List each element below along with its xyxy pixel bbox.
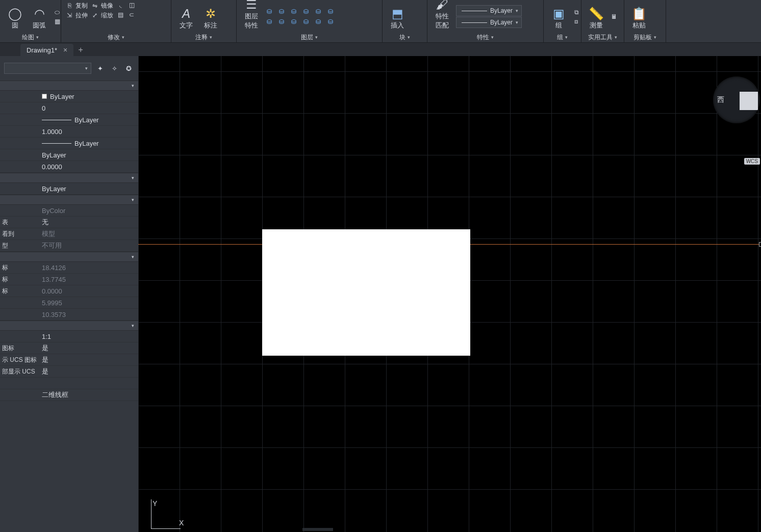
property-value[interactable]: ByLayer xyxy=(40,185,138,193)
property-row[interactable]: 图标是 xyxy=(0,342,138,354)
property-value[interactable]: 是 xyxy=(40,367,138,376)
view-cube[interactable]: 西 xyxy=(713,76,760,123)
property-value[interactable]: 0.0000 xyxy=(40,287,138,295)
property-row[interactable]: 标18.4126 xyxy=(0,262,138,274)
property-row[interactable]: ByLayer xyxy=(0,183,138,195)
property-value[interactable]: 10.3573 xyxy=(40,311,138,318)
property-value[interactable]: 不可用 xyxy=(40,241,138,250)
palette-group-3d[interactable]: ▾ xyxy=(0,173,138,183)
property-value[interactable]: ByLayer xyxy=(40,93,138,100)
panel-title-block[interactable]: 块▾ xyxy=(383,32,427,42)
property-row[interactable]: 5.9995 xyxy=(0,297,138,309)
property-row[interactable]: 1:1 xyxy=(0,331,138,342)
property-value[interactable]: 1.0000 xyxy=(40,128,138,136)
palette-select-sim-icon[interactable]: ✧ xyxy=(109,63,120,74)
panel-title-clipboard[interactable]: 剪贴板▾ xyxy=(624,32,666,42)
property-value[interactable]: 5.9995 xyxy=(40,299,138,307)
property-row[interactable]: 表无 xyxy=(0,217,138,228)
property-value[interactable]: 18.4126 xyxy=(40,264,138,272)
match-props-button[interactable]: 🖌 特性 匹配 xyxy=(432,3,453,31)
palette-group-misc[interactable]: ▾ xyxy=(0,321,138,331)
group-button[interactable]: ▣ 组 xyxy=(548,3,569,31)
property-row[interactable]: 看到模型 xyxy=(0,228,138,240)
property-row[interactable] xyxy=(0,378,138,389)
measure-button[interactable]: 📏 测量 xyxy=(586,3,607,31)
panel-title-annotate[interactable]: 注释▾ xyxy=(171,32,236,42)
palette-pickadd-icon[interactable]: ✪ xyxy=(123,63,134,74)
layer-ic-5[interactable]: ⛁ xyxy=(314,8,322,16)
panel-title-draw[interactable]: 绘图▾ xyxy=(0,32,61,42)
panel-title-modify[interactable]: 修改▾ xyxy=(61,32,171,42)
property-row[interactable]: 0.0000 xyxy=(0,161,138,173)
ellipse-icon[interactable]: ⬭ xyxy=(53,8,61,16)
property-value[interactable]: 0 xyxy=(40,104,138,112)
layer-ic-4[interactable]: ⛁ xyxy=(302,8,310,16)
property-value[interactable]: 是 xyxy=(40,343,138,353)
property-value[interactable]: 0.0000 xyxy=(40,163,138,171)
layer-ic-b1[interactable]: ⛁ xyxy=(265,18,273,26)
property-row[interactable]: 1.0000 xyxy=(0,126,138,138)
property-row[interactable]: 标13.7745 xyxy=(0,274,138,285)
property-row[interactable]: ByLayer xyxy=(0,114,138,126)
tab-drawing1[interactable]: Drawing1* × xyxy=(20,44,73,56)
grip-handle[interactable] xyxy=(759,242,761,247)
layer-props-button[interactable]: ☰ 图层 特性 xyxy=(241,3,262,31)
property-value[interactable]: ByColor xyxy=(40,207,138,215)
linetype-combo[interactable]: ByLayer ▾ xyxy=(456,5,522,16)
property-value[interactable]: 无 xyxy=(40,218,138,227)
property-value[interactable]: 模型 xyxy=(40,229,138,238)
scale-button[interactable]: ⤢缩放 xyxy=(91,11,113,20)
property-row[interactable]: ByLayer xyxy=(0,91,138,102)
panel-title-util[interactable]: 实用工具▾ xyxy=(581,32,624,42)
mirror-button[interactable]: ⇋镜像 xyxy=(91,1,113,10)
layer-ic-b2[interactable]: ⛁ xyxy=(277,18,286,26)
stretch-button[interactable]: ⇲拉伸 xyxy=(65,11,88,20)
layer-ic-b3[interactable]: ⛁ xyxy=(290,18,298,26)
drawing-canvas[interactable]: 西 WCS Y X xyxy=(138,56,761,532)
join-icon[interactable]: ⊂ xyxy=(128,11,136,19)
palette-quick-select-icon[interactable]: ✦ xyxy=(94,63,106,74)
layer-ic-1[interactable]: ⛁ xyxy=(265,8,273,16)
array-icon[interactable]: ▤ xyxy=(116,11,124,19)
property-value[interactable]: 是 xyxy=(40,355,138,364)
layer-ic-6[interactable]: ⛁ xyxy=(326,8,335,16)
palette-group-plot[interactable]: ▾ xyxy=(0,195,138,205)
property-row[interactable]: 二维线框 xyxy=(0,389,138,401)
panel-title-group[interactable]: 组▾ xyxy=(544,32,581,42)
insert-button[interactable]: ⬒ 插入 xyxy=(387,3,408,31)
property-row[interactable]: ByColor xyxy=(0,205,138,217)
panel-title-properties[interactable]: 特性▾ xyxy=(427,32,543,42)
property-value[interactable]: ByLayer xyxy=(40,116,138,124)
layout-splitter[interactable] xyxy=(302,528,333,531)
tab-close-icon[interactable]: × xyxy=(63,46,67,54)
arc-button[interactable]: ◠ 圆弧 xyxy=(29,3,50,31)
property-row[interactable]: 0 xyxy=(0,102,138,114)
property-value[interactable]: 13.7745 xyxy=(40,276,138,283)
compass-cube-face[interactable] xyxy=(740,92,758,110)
fillet-icon[interactable]: ◟ xyxy=(116,1,124,9)
property-row[interactable]: ByLayer xyxy=(0,149,138,161)
panel-title-layers[interactable]: 图层▾ xyxy=(237,32,382,42)
wcs-badge[interactable]: WCS xyxy=(744,158,760,165)
property-row[interactable]: 10.3573 xyxy=(0,309,138,321)
lineweight-combo[interactable]: ByLayer ▾ xyxy=(456,17,522,28)
new-tab-button[interactable]: + xyxy=(74,44,87,56)
layer-ic-2[interactable]: ⛁ xyxy=(277,8,286,16)
property-value[interactable]: ByLayer xyxy=(40,151,138,159)
palette-object-select[interactable]: ▾ xyxy=(4,63,91,74)
layer-ic-b5[interactable]: ⛁ xyxy=(314,18,322,26)
copy-button[interactable]: ⎘复制 xyxy=(65,1,88,10)
property-row[interactable]: ByLayer xyxy=(0,138,138,149)
palette-group-general[interactable]: ▾ xyxy=(0,81,138,91)
text-button[interactable]: A 文字 xyxy=(175,3,197,31)
calc-icon[interactable]: 🖩 xyxy=(610,13,618,21)
property-row[interactable]: 示 UCS 图标是 xyxy=(0,354,138,366)
property-row[interactable]: 部显示 UCS是 xyxy=(0,366,138,378)
offset-icon[interactable]: ◫ xyxy=(128,1,136,9)
ungroup-icon[interactable]: ⧉ xyxy=(572,8,580,16)
property-value[interactable]: ByLayer xyxy=(40,140,138,147)
property-row[interactable]: 标0.0000 xyxy=(0,285,138,297)
property-row[interactable]: 型不可用 xyxy=(0,240,138,252)
palette-group-geom[interactable]: ▾ xyxy=(0,252,138,262)
circle-button[interactable]: ◯ 圆 xyxy=(4,3,26,31)
